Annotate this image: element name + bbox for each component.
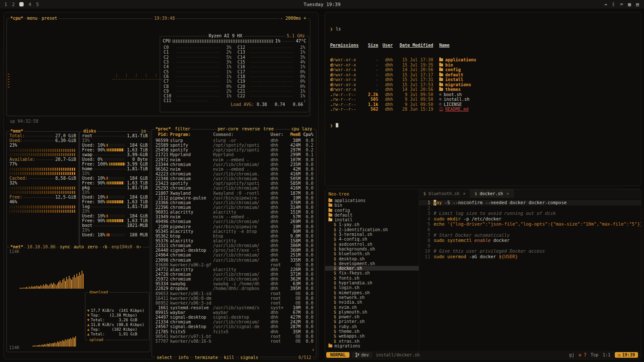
- proc-header-3[interactable]: User:: [270, 132, 284, 137]
- process-row[interactable]: 21807XwaylandXwayland :0 -rootldhh187M0.…: [153, 191, 315, 196]
- proc-option-tree[interactable]: tree: [262, 127, 275, 131]
- tree-item-4-config.sh[interactable]: $4-config.sh: [325, 237, 419, 241]
- process-row[interactable]: 89915waybarwaybardhh67M0.0: [153, 310, 315, 315]
- tree-item-desktop.sh[interactable]: $desktop.sh: [325, 256, 419, 261]
- bluetooth-icon[interactable]: ᛒ: [612, 2, 615, 7]
- sort-mode-control[interactable]: cpu lazy: [290, 127, 313, 131]
- process-row[interactable]: 95362btopbtopdhh9.0M0.0: [153, 234, 315, 238]
- net-option-zero[interactable]: zero: [86, 244, 99, 249]
- process-row[interactable]: 24964chromium/usr/lib/chromium/dhh251M0.…: [153, 253, 315, 257]
- tree-item-bluetooth.sh[interactable]: $bluetooth.sh: [325, 251, 419, 256]
- tree-item-theme.sh[interactable]: $theme.sh: [325, 329, 419, 334]
- process-row[interactable]: 25972chromium/usr/lib/chromium/dhh362M0.…: [153, 277, 315, 281]
- tree-item-webapps.sh[interactable]: $webapps.sh: [325, 334, 419, 338]
- process-row[interactable]: 2109pipewire/usr/bin/pipewiredhh19M0.0: [153, 224, 315, 229]
- proc-header-4[interactable]: MemB: [286, 132, 301, 137]
- process-row[interactable]: 25458spotify/opt/spotify/spotidhh297M0.2: [153, 148, 315, 152]
- buffer-line[interactable]: 5echo '{"log-driver":"json-file","log-op…: [419, 221, 641, 227]
- tree-item-plymouth.sh[interactable]: $plymouth.sh: [325, 310, 419, 314]
- process-row[interactable]: 23366chromium/usr/lib/chromium/dhh376M0.…: [153, 200, 315, 205]
- tree-item-printer.sh[interactable]: $printer.sh: [325, 319, 419, 324]
- iface-next-button[interactable]: n›: [135, 244, 143, 249]
- iface-prev-button[interactable]: ‹b: [101, 244, 109, 249]
- process-row[interactable]: 22348chromium/usr/lib/chromium.dhh505M0.…: [153, 176, 315, 181]
- buffer-line[interactable]: 2: [419, 205, 641, 211]
- process-row[interactable]: 25293chromium/usr/lib/chromium/dhh416M0.…: [153, 186, 315, 190]
- process-row[interactable]: 31949nvimnvim --embed .dhh57M0.0: [153, 214, 315, 219]
- tree-item-login.sh[interactable]: $login.sh: [325, 285, 419, 290]
- neovim-window[interactable]: Neo-tree applicationsbinconfigdefaultins…: [325, 189, 641, 359]
- buffer-line[interactable]: 4sudo mkdir -p /etc/docker: [419, 216, 641, 222]
- proc-header-2[interactable]: Command:: [213, 132, 269, 137]
- stats-icon[interactable]: ▦: [628, 2, 631, 7]
- tree-item-bin[interactable]: bin: [325, 203, 419, 208]
- io-toggle[interactable]: io: [140, 129, 147, 133]
- tree-item-config[interactable]: config: [325, 208, 419, 213]
- process-row[interactable]: 23344chromium/usr/lib/chromium/dhh235M0.…: [153, 162, 315, 167]
- process-row[interactable]: 24497signal-desktopsignal-desktopdhh427M…: [153, 315, 315, 320]
- process-row[interactable]: 90541kworker/u97:1-btroot0B0.0: [153, 334, 315, 339]
- tree-item-fix-fkeys.sh[interactable]: $fix-fkeys.sh: [325, 271, 419, 275]
- buffer-line[interactable]: 11sudo usermod -aG docker ${USER}: [419, 254, 641, 259]
- proc-action-info[interactable]: info: [177, 355, 190, 360]
- process-row[interactable]: 26440signal-desktop/proc/self/exe --tdhh…: [153, 248, 315, 253]
- process-row[interactable]: 24720chromium/usr/lib/chromium/dhh371M0.…: [153, 272, 315, 277]
- tree-item-2-identification.sh[interactable]: $2-identification.sh: [325, 227, 419, 232]
- buffer-line[interactable]: 1yay -S --noconfirm --needed docker dock…: [419, 200, 641, 205]
- filter-button[interactable]: filter: [173, 127, 191, 131]
- keyboard-icon[interactable]: ⌨: [620, 2, 623, 7]
- buffer-line[interactable]: 10# Give this user privileged Docker acc…: [419, 248, 641, 254]
- logout-icon[interactable]: ⇥: [604, 2, 607, 7]
- process-row[interactable]: 21721HyprlandHyprlanddhh299M0.1: [153, 152, 315, 157]
- code-buffer[interactable]: 1yay -S --noconfirm --needed docker dock…: [419, 198, 641, 359]
- proc-action-select[interactable]: select: [155, 355, 173, 360]
- process-row[interactable]: 57707kworker/u98:16-broot0B0.0: [153, 339, 315, 344]
- process-row[interactable]: 23423spotify/opt/spotify/spotidhh585M0.0: [153, 181, 315, 186]
- tree-item-asdcontrol.sh[interactable]: $asdcontrol.sh: [325, 242, 419, 247]
- scroll-down-icon[interactable]: ↓: [312, 347, 314, 352]
- process-row[interactable]: 22396chromium/usr/lib/chromium/dhh314M0.…: [153, 205, 315, 210]
- tree-item-migrations[interactable]: migrations: [325, 344, 419, 348]
- process-row[interactable]: 24567signal-desktop/usr/lib/signal-dedhh…: [153, 324, 315, 329]
- editor-pane[interactable]: $bluetooth.sh×$docker.sh× 1yay -S --noco…: [419, 189, 641, 359]
- process-row[interactable]: 21785fcitx5fcitx5dhh35M0.0: [153, 329, 315, 334]
- grid-icon[interactable]: ▤: [636, 2, 639, 7]
- tree-item-1-yay.sh[interactable]: $1-yay.sh: [325, 222, 419, 227]
- buffer-line[interactable]: 8sudo systemctl enable docker: [419, 238, 641, 243]
- process-row[interactable]: 42223chromium/usr/lib/chromium.dhh416M0.…: [153, 172, 315, 176]
- proc-option-reverse[interactable]: reverse: [240, 127, 261, 131]
- tree-item-network.sh[interactable]: $network.sh: [325, 295, 419, 300]
- net-option-sync[interactable]: sync: [58, 244, 71, 249]
- buffer-line[interactable]: 3# Limit log size to avoid running out o…: [419, 211, 641, 216]
- close-icon[interactable]: ×: [507, 191, 509, 196]
- preset-button[interactable]: preset: [40, 16, 58, 21]
- btop-window[interactable]: *cpu* menu preset 19:39:48 - 2000ms + Ry…: [3, 12, 319, 359]
- proc-header-5[interactable]: Cpu%: [302, 132, 313, 137]
- tree-item-ruby.sh[interactable]: $ruby.sh: [325, 324, 419, 329]
- process-row[interactable]: 16411kworker/u96:0-dmroot0B0.0: [153, 296, 315, 301]
- proc-action-terminate[interactable]: terminate: [193, 355, 219, 360]
- tree-item-hyprlandia.sh[interactable]: $hyprlandia.sh: [325, 281, 419, 285]
- tree-item-docker.sh[interactable]: $docker.sh: [325, 266, 419, 271]
- buffer-line[interactable]: 6: [419, 227, 641, 232]
- process-row[interactable]: 96031alacrittyalacrittydhh151M0.0: [153, 210, 315, 214]
- tree-item-power.sh[interactable]: $power.sh: [325, 314, 419, 319]
- proc-action-kill[interactable]: kill: [222, 355, 235, 360]
- process-row[interactable]: 23098chromium/usr/lib/chromium/dhh335M0.…: [153, 258, 315, 262]
- tree-item-development.sh[interactable]: $development.sh: [325, 261, 419, 266]
- proc-header-0[interactable]: Pid:: [155, 132, 168, 137]
- process-row[interactable]: 93680kworker/u96:2-gfroot0B0.0: [153, 262, 315, 267]
- menu-button[interactable]: menu: [26, 16, 39, 21]
- process-row[interactable]: 25589spotify/opt/spotify/spotidhh424M0.2: [153, 143, 315, 148]
- tree-item-install[interactable]: install: [325, 217, 419, 222]
- tree-item-nvim.sh[interactable]: $nvim.sh: [325, 305, 419, 310]
- tree-item-mimetypes.sh[interactable]: $mimetypes.sh: [325, 290, 419, 295]
- process-row[interactable]: 21334chromium/usr/lib/chromium/dhh242M0.…: [153, 320, 315, 324]
- process-row[interactable]: 23321chromium/usr/lib/chromium/dhh306M0.…: [153, 243, 315, 248]
- update-interval-control[interactable]: - 2000ms +: [279, 16, 307, 21]
- process-row[interactable]: 24772alacrittyalacrittydhh226M0.0: [153, 267, 315, 272]
- tree-item-nvidia.sh[interactable]: $nvidia.sh: [325, 300, 419, 305]
- buffer-line[interactable]: 9: [419, 243, 641, 249]
- close-icon[interactable]: ×: [463, 191, 465, 196]
- process-row[interactable]: 95345alacrittyalacritty -e btopdhh90M0.0: [153, 229, 315, 234]
